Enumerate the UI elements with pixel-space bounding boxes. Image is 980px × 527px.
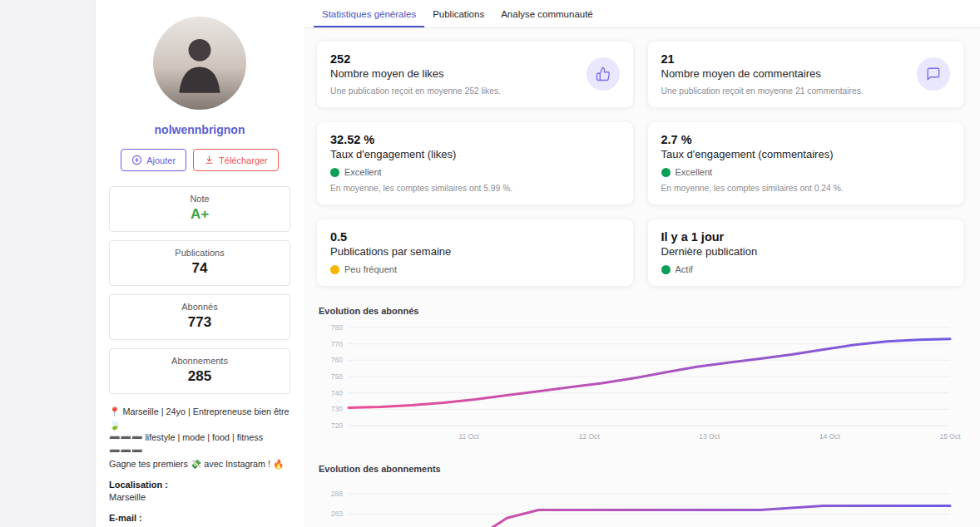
status-dot: [661, 265, 671, 274]
status-row: Peu fréquent: [330, 264, 620, 274]
svg-text:288: 288: [331, 490, 343, 498]
stat-card-engagement-likes: 32.52 % Taux d'engagement (likes) Excell…: [317, 122, 633, 204]
stat-card-last-post: Il y a 1 jour Dernière publication Actif: [648, 219, 964, 286]
svg-text:770: 770: [331, 340, 343, 348]
card-desc: Une publication reçoit en moyenne 21 com…: [661, 86, 864, 96]
bio-line: ➖➖➖ lifestyle | mode | food | fitness ➖➖…: [109, 431, 290, 457]
stat-value: 285: [110, 368, 290, 385]
chart-title: Evolution des abonnés: [319, 306, 963, 316]
svg-text:12 Oct: 12 Oct: [579, 432, 601, 441]
status-text: Excellent: [344, 167, 382, 177]
tab-general-stats[interactable]: Statistiques générales: [314, 0, 424, 27]
status-row: Excellent: [330, 167, 620, 177]
stat-box-followings: Abonnements 285: [109, 348, 290, 394]
tab-publications[interactable]: Publications: [424, 0, 492, 27]
detail-label: Localisation :: [109, 480, 290, 490]
svg-text:11 Oct: 11 Oct: [458, 432, 479, 441]
main-panel: Statistiques générales Publications Anal…: [304, 0, 980, 527]
status-row: Actif: [661, 264, 951, 274]
bio-line: 📍 Marseille | 24yo | Entrepreneuse bien …: [109, 406, 290, 431]
card-value: Il y a 1 jour: [661, 230, 951, 244]
card-label: Nombre moyen de likes: [330, 67, 501, 80]
bio-line: Gagne tes premiers 💸 avec Instagram ! 🔥: [109, 458, 290, 471]
svg-text:740: 740: [331, 389, 343, 397]
card-value: 21: [661, 52, 864, 66]
status-text: Excellent: [676, 167, 713, 177]
profile-avatar: [153, 17, 246, 110]
followers-chart-section: Evolution des abonnés 720730740750760770…: [317, 306, 963, 444]
card-desc: Une publication reçoit en moyenne 252 li…: [330, 86, 501, 96]
status-text: Actif: [676, 264, 693, 274]
stat-label: Abonnements: [110, 356, 290, 366]
stat-label: Note: [110, 194, 290, 204]
svg-text:283: 283: [331, 510, 343, 518]
card-value: 2.7 %: [661, 133, 951, 146]
status-text: Peu fréquent: [344, 264, 397, 274]
profile-sidebar: nolwennbrignon Ajouter Télécharger Note …: [96, 0, 304, 527]
stat-label: Publications: [110, 248, 290, 258]
card-label: Nombre moyen de commentaires: [661, 67, 864, 80]
tab-community-analysis[interactable]: Analyse communauté: [492, 0, 601, 27]
profile-actions: Ajouter Télécharger: [109, 149, 290, 171]
card-body: 21 Nombre moyen de commentaires Une publ…: [661, 52, 864, 96]
chart-title: Evolution des abonnements: [319, 464, 963, 474]
followings-chart-section: Evolution des abonnements 26827327828328…: [317, 464, 963, 527]
stat-card-avg-comments: 21 Nombre moyen de commentaires Une publ…: [648, 42, 964, 107]
svg-text:15 Oct: 15 Oct: [939, 432, 961, 441]
card-label: Publications par semaine: [330, 245, 620, 258]
stat-box-followers: Abonnés 773: [109, 294, 290, 340]
card-value: 252: [330, 52, 501, 66]
svg-text:720: 720: [331, 421, 343, 430]
status-row: Excellent: [661, 167, 951, 177]
card-label: Taux d'engagement (likes): [330, 148, 620, 160]
stat-value: 773: [110, 314, 290, 331]
card-value: 32.52 %: [330, 133, 620, 146]
status-dot: [330, 168, 339, 177]
svg-text:780: 780: [331, 323, 343, 332]
stat-value: 74: [110, 260, 290, 277]
card-desc: En moyenne, les comptes similaires ont 5…: [330, 184, 620, 193]
detail-email: E-mail : brignon.nolwenn@gmail.com: [109, 513, 290, 527]
add-button-label: Ajouter: [146, 155, 176, 165]
stats-content: 252 Nombre moyen de likes Une publicatio…: [304, 28, 980, 527]
detail-location: Localisation : Marseille: [109, 480, 290, 504]
username: nolwennbrignon: [109, 123, 290, 136]
detail-label: E-mail :: [109, 513, 290, 523]
svg-text:13 Oct: 13 Oct: [699, 432, 720, 441]
svg-text:730: 730: [331, 405, 343, 413]
download-button-label: Télécharger: [219, 155, 268, 165]
svg-text:760: 760: [331, 356, 343, 364]
svg-text:750: 750: [331, 372, 343, 381]
plus-circle-icon: [131, 155, 142, 165]
avatar-photo-placeholder: [153, 17, 246, 110]
stat-box-note: Note A+: [109, 186, 290, 232]
download-button[interactable]: Télécharger: [193, 149, 279, 171]
stat-value-grade: A+: [110, 206, 290, 223]
add-button[interactable]: Ajouter: [121, 149, 186, 171]
stat-card-posts-per-week: 0.5 Publications par semaine Peu fréquen…: [317, 219, 633, 286]
card-label: Dernière publication: [661, 245, 951, 258]
followings-line-chart: 26827327828328811 Oct12 Oct13 Oct14 Oct1…: [317, 477, 962, 527]
stat-label: Abonnés: [110, 302, 290, 312]
thumbs-up-icon: [587, 57, 620, 91]
profile-bio: 📍 Marseille | 24yo | Entrepreneuse bien …: [109, 406, 290, 470]
card-label: Taux d'engagement (commentaires): [661, 148, 951, 160]
tab-bar: Statistiques générales Publications Anal…: [304, 0, 980, 28]
card-desc: En moyenne, les comptes similaires ont 0…: [661, 184, 951, 193]
stat-box-publications: Publications 74: [109, 240, 290, 286]
card-value: 0.5: [330, 230, 620, 244]
comment-icon: [917, 57, 950, 91]
card-body: 252 Nombre moyen de likes Une publicatio…: [330, 52, 501, 96]
svg-text:14 Oct: 14 Oct: [819, 432, 841, 441]
status-dot: [661, 168, 671, 177]
stat-card-engagement-comments: 2.7 % Taux d'engagement (commentaires) E…: [648, 122, 964, 204]
download-icon: [204, 155, 215, 165]
stats-cards-grid: 252 Nombre moyen de likes Une publicatio…: [317, 42, 963, 286]
detail-value: Marseille: [109, 491, 290, 504]
status-dot: [330, 265, 339, 274]
stat-card-avg-likes: 252 Nombre moyen de likes Une publicatio…: [317, 42, 633, 107]
followers-line-chart: 72073074075076077078011 Oct12 Oct13 Oct1…: [317, 319, 962, 444]
